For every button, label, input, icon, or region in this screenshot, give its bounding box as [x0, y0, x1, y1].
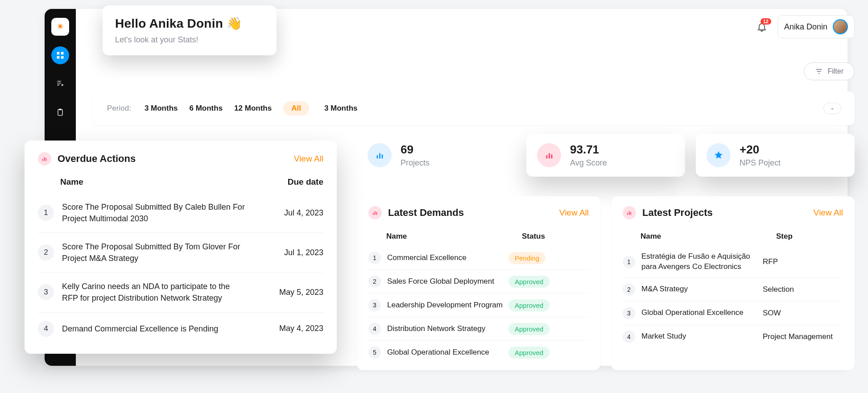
notifications-button[interactable]: 12 — [755, 20, 769, 33]
overdue-row-name: Score The Proposal Submitted By Caleb Bu… — [62, 201, 248, 224]
stat-projects[interactable]: 69 Projects — [357, 134, 516, 177]
svg-rect-17 — [376, 212, 377, 215]
projects-col-name: Name — [641, 232, 776, 241]
demand-row[interactable]: 3 Leadership Development Program Approve… — [368, 293, 589, 317]
row-index: 1 — [368, 252, 381, 264]
project-row-step: Project Management — [763, 332, 843, 341]
svg-rect-1 — [61, 52, 64, 55]
project-row-name: Market Study — [641, 331, 763, 342]
stats-row: 69 Projects 93.71 Avg Score +20 NPS Poje… — [357, 134, 868, 177]
grid-icon — [56, 51, 65, 60]
row-index: 1 — [623, 256, 635, 268]
demands-title: Latest Demands — [388, 207, 464, 219]
stat-nps[interactable]: +20 NPS Poject — [696, 134, 855, 177]
period-option-6m[interactable]: 6 Months — [189, 104, 223, 113]
stat-avg-score[interactable]: 93.71 Avg Score — [526, 134, 685, 177]
clipboard-icon — [56, 108, 65, 117]
svg-rect-19 — [629, 211, 630, 215]
period-label: Period: — [107, 104, 131, 113]
row-index: 5 — [368, 346, 381, 359]
svg-rect-15 — [373, 213, 374, 215]
stat-projects-label: Projects — [401, 158, 430, 168]
overdue-row-due: May 5, 2023 — [248, 288, 323, 297]
row-index: 2 — [38, 244, 54, 261]
period-option-extra[interactable]: 3 Months — [324, 104, 358, 113]
demands-col-status: Status — [522, 232, 589, 241]
svg-rect-6 — [42, 159, 43, 161]
bars-icon — [368, 143, 392, 167]
sparkle-icon: ✴ — [56, 21, 64, 33]
projects-view-all[interactable]: View All — [814, 208, 843, 218]
bottom-row: Latest Demands View All Name Status 1 Co… — [357, 196, 855, 370]
status-badge: Approved — [508, 299, 550, 311]
row-index: 2 — [623, 283, 635, 296]
period-option-12m[interactable]: 12 Months — [234, 104, 272, 113]
overdue-table-head: Name Due date — [38, 174, 323, 193]
project-row-name: M&A Strategy — [641, 284, 763, 294]
project-row-name: Estratégia de Fusão e Aquisição para Ave… — [641, 252, 763, 272]
projects-title: Latest Projects — [642, 207, 713, 219]
stat-nps-label: NPS Poject — [740, 158, 781, 168]
nav-clipboard[interactable] — [51, 103, 69, 121]
row-index: 2 — [368, 275, 381, 288]
overdue-row-due: May 4, 2023 — [248, 324, 323, 333]
overdue-view-all[interactable]: View All — [294, 154, 323, 164]
play-list-icon — [56, 79, 65, 88]
row-index: 4 — [38, 321, 54, 337]
demand-row-name: Sales Force Global Deployment — [387, 277, 508, 287]
overdue-row-name: Demand Commercial Excellence is Pending — [62, 323, 248, 335]
svg-rect-5 — [59, 109, 62, 110]
svg-rect-9 — [377, 155, 378, 158]
status-badge: Approved — [508, 276, 550, 288]
greeting-subtitle: Let's look at your Stats! — [115, 35, 264, 45]
demand-row[interactable]: 4 Distribution Network Strategy Approved — [368, 317, 589, 340]
demand-row-name: Commercial Excellence — [387, 253, 508, 263]
demand-row[interactable]: 1 Commercial Excellence Pending — [368, 246, 589, 269]
projects-col-step: Step — [776, 232, 843, 241]
nav-pipeline[interactable] — [51, 75, 69, 93]
status-badge: Approved — [508, 347, 550, 359]
user-name: Anika Donin — [784, 22, 827, 32]
project-row-step: RFP — [763, 257, 843, 266]
app-logo[interactable]: ✴ — [51, 18, 69, 36]
period-option-all[interactable]: All — [283, 101, 309, 116]
demand-row[interactable]: 2 Sales Force Global Deployment Approved — [368, 269, 589, 293]
svg-rect-14 — [551, 154, 553, 158]
overdue-row[interactable]: 2 Score The Proposal Submitted By Tom Gl… — [38, 232, 323, 272]
filter-button[interactable]: Filter — [804, 62, 855, 80]
svg-rect-20 — [630, 212, 631, 215]
filter-label: Filter — [827, 67, 843, 75]
nav-dashboard[interactable] — [51, 46, 69, 64]
overdue-row[interactable]: 3 Kelly Carino needs an NDA to participa… — [38, 272, 323, 312]
status-badge: Pending — [508, 252, 546, 264]
project-row[interactable]: 3 Global Operational Excellence SOW — [623, 301, 843, 325]
svg-rect-16 — [375, 211, 376, 215]
project-row[interactable]: 1 Estratégia de Fusão e Aquisição para A… — [623, 246, 843, 277]
user-menu[interactable]: Anika Donin — [777, 15, 855, 38]
overdue-col-due: Due date — [248, 177, 323, 187]
project-row-step: Selection — [763, 285, 843, 294]
demand-row[interactable]: 5 Global Operational Excellence Approved — [368, 340, 589, 364]
bars-icon — [38, 152, 51, 165]
avatar — [833, 19, 848, 34]
stat-avg-label: Avg Score — [570, 158, 607, 168]
stat-nps-value: +20 — [740, 143, 781, 157]
period-option-3m[interactable]: 3 Months — [145, 104, 178, 113]
row-index: 4 — [368, 323, 381, 335]
row-index: 3 — [368, 299, 381, 311]
overdue-row[interactable]: 1 Score The Proposal Submitted By Caleb … — [38, 193, 323, 232]
period-collapse[interactable]: - — [823, 103, 841, 114]
svg-rect-11 — [382, 154, 383, 158]
project-row[interactable]: 4 Market Study Project Management — [623, 325, 843, 348]
greeting-title: Hello Anika Donin 👋 — [115, 16, 264, 31]
latest-projects-card: Latest Projects View All Name Step 1 Est… — [611, 196, 855, 370]
svg-rect-18 — [627, 213, 628, 215]
row-index: 1 — [38, 205, 54, 221]
project-row[interactable]: 2 M&A Strategy Selection — [623, 277, 843, 301]
project-row-step: SOW — [763, 309, 843, 318]
overdue-row[interactable]: 4 Demand Commercial Excellence is Pendin… — [38, 312, 323, 345]
demands-view-all[interactable]: View All — [559, 208, 589, 218]
svg-rect-12 — [546, 155, 548, 158]
row-index: 3 — [623, 307, 635, 319]
overdue-row-name: Score The Proposal Submitted By Tom Glov… — [62, 241, 248, 264]
